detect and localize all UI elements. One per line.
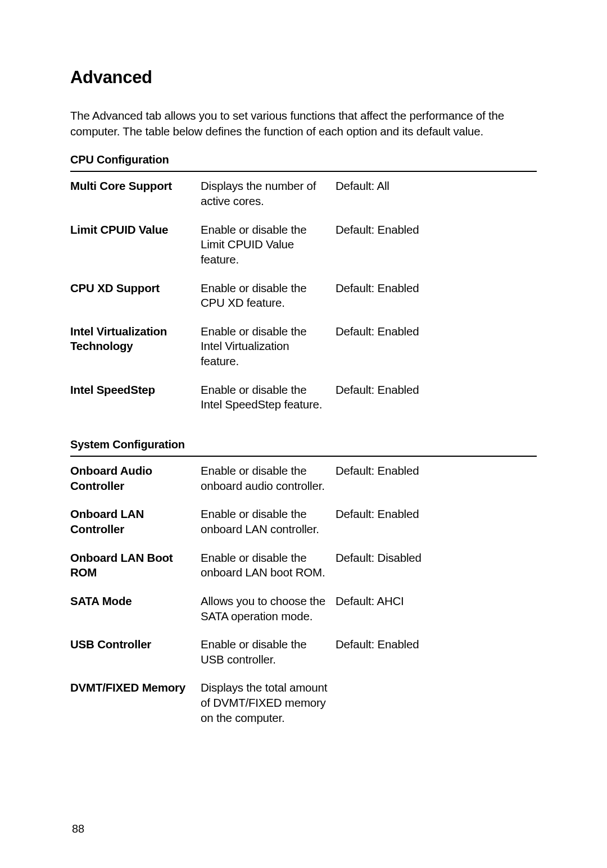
page-heading: Advanced <box>70 67 537 88</box>
row-desc: Enable or disable the onboard LAN contro… <box>201 500 336 543</box>
row-name: DVMT/FIXED Memory <box>70 674 201 732</box>
row-name: Limit CPUID Value <box>70 216 201 274</box>
row-name: CPU XD Support <box>70 274 201 317</box>
row-desc: Allows you to choose the SATA operation … <box>201 587 336 630</box>
row-desc: Enable or disable the onboard LAN boot R… <box>201 544 336 587</box>
row-default: Default: Disabled <box>336 544 537 587</box>
row-default: Default: AHCI <box>336 587 537 630</box>
row-default: Default: Enabled <box>336 500 537 543</box>
row-name: Onboard LAN Controller <box>70 500 201 543</box>
row-name: SATA Mode <box>70 587 201 630</box>
row-default: Default: Enabled <box>336 274 537 317</box>
table-row: Multi Core Support Displays the number o… <box>70 171 537 215</box>
table-row: SATA Mode Allows you to choose the SATA … <box>70 587 537 630</box>
page-number: 88 <box>72 822 84 835</box>
system-config-table: Onboard Audio Controller Enable or disab… <box>70 456 537 732</box>
table-row: Limit CPUID Value Enable or disable the … <box>70 216 537 274</box>
row-default: Default: All <box>336 171 537 215</box>
table-row: Onboard LAN Boot ROM Enable or disable t… <box>70 544 537 587</box>
row-name: USB Controller <box>70 630 201 674</box>
row-default: Default: Enabled <box>336 317 537 376</box>
row-desc: Displays the total amount of DVMT/FIXED … <box>201 674 336 732</box>
table-row: Intel SpeedStep Enable or disable the In… <box>70 376 537 419</box>
section-title-cpu: CPU Configuration <box>70 153 537 166</box>
row-default: Default: Enabled <box>336 456 537 500</box>
table-row: Onboard LAN Controller Enable or disable… <box>70 500 537 543</box>
row-desc: Enable or disable the Limit CPUID Value … <box>201 216 336 274</box>
row-desc: Enable or disable the CPU XD feature. <box>201 274 336 317</box>
row-default <box>336 674 537 732</box>
row-desc: Displays the number of active cores. <box>201 171 336 215</box>
row-name: Onboard LAN Boot ROM <box>70 544 201 587</box>
row-desc: Enable or disable the Intel Virtualizati… <box>201 317 336 376</box>
cpu-config-table: Multi Core Support Displays the number o… <box>70 171 537 419</box>
table-row: CPU XD Support Enable or disable the CPU… <box>70 274 537 317</box>
table-row: USB Controller Enable or disable the USB… <box>70 630 537 674</box>
table-row: Intel Virtualization Technology Enable o… <box>70 317 537 376</box>
row-desc: Enable or disable the onboard audio cont… <box>201 456 336 500</box>
row-desc: Enable or disable the USB controller. <box>201 630 336 674</box>
row-default: Default: Enabled <box>336 630 537 674</box>
row-name: Intel Virtualization Technology <box>70 317 201 376</box>
table-row: Onboard Audio Controller Enable or disab… <box>70 456 537 500</box>
row-name: Onboard Audio Controller <box>70 456 201 500</box>
row-default: Default: Enabled <box>336 376 537 419</box>
row-desc: Enable or disable the Intel SpeedStep fe… <box>201 376 336 419</box>
intro-text: The Advanced tab allows you to set vario… <box>70 108 537 139</box>
section-title-system: System Configuration <box>70 438 537 451</box>
row-name: Intel SpeedStep <box>70 376 201 419</box>
row-name: Multi Core Support <box>70 171 201 215</box>
table-row: DVMT/FIXED Memory Displays the total amo… <box>70 674 537 732</box>
row-default: Default: Enabled <box>336 216 537 274</box>
